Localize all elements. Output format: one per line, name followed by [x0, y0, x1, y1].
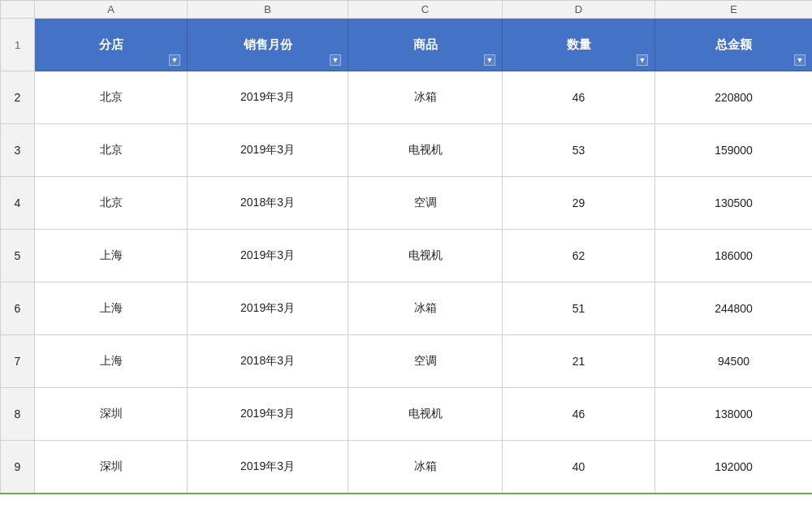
row-num-1: 1: [1, 19, 35, 71]
dropdown-icon-month[interactable]: ▼: [330, 54, 341, 66]
header-cell-branch[interactable]: 分店 ▼: [35, 19, 188, 71]
cell-r2-c3[interactable]: 46: [503, 71, 655, 124]
header-label-quantity: 数量: [567, 37, 591, 51]
row-num-2: 2: [1, 71, 35, 124]
table-row: 2北京2019年3月冰箱46220800: [1, 71, 813, 124]
cell-r7-c1[interactable]: 2018年3月: [188, 335, 348, 388]
corner-cell: [1, 1, 35, 19]
cell-r5-c3[interactable]: 62: [503, 230, 655, 282]
col-header-d[interactable]: D: [503, 1, 655, 19]
dropdown-icon-branch[interactable]: ▼: [169, 54, 180, 66]
cell-r4-c2[interactable]: 空调: [348, 177, 503, 230]
cell-r4-c3[interactable]: 29: [503, 177, 655, 230]
cell-r3-c3[interactable]: 53: [503, 124, 655, 177]
col-header-b[interactable]: B: [188, 1, 348, 19]
table-row: 5上海2019年3月电视机62186000: [1, 230, 813, 282]
header-label-total: 总金额: [715, 37, 752, 51]
dropdown-icon-quantity[interactable]: ▼: [637, 54, 648, 66]
cell-r8-c1[interactable]: 2019年3月: [188, 388, 348, 441]
dropdown-icon-total[interactable]: ▼: [794, 54, 806, 66]
row-num-8: 8: [1, 388, 35, 441]
row-num-3: 3: [1, 124, 35, 177]
cell-r9-c2[interactable]: 冰箱: [348, 441, 503, 494]
cell-r6-c3[interactable]: 51: [503, 282, 655, 335]
cell-r2-c4[interactable]: 220800: [655, 71, 813, 124]
column-letter-row: A B C D E: [1, 1, 813, 19]
cell-r6-c0[interactable]: 上海: [35, 282, 188, 335]
cell-r3-c4[interactable]: 159000: [655, 124, 813, 177]
row-num-4: 4: [1, 177, 35, 230]
table-body: 2北京2019年3月冰箱462208003北京2019年3月电视机5315900…: [1, 71, 813, 494]
cell-r7-c2[interactable]: 空调: [348, 335, 503, 388]
cell-r9-c1[interactable]: 2019年3月: [188, 441, 348, 494]
cell-r6-c1[interactable]: 2019年3月: [188, 282, 348, 335]
cell-r7-c0[interactable]: 上海: [35, 335, 188, 388]
cell-r5-c0[interactable]: 上海: [35, 230, 188, 282]
spreadsheet: A B C D E 1 分店 ▼ 销售月份 ▼: [0, 0, 812, 526]
table-row: 7上海2018年3月空调2194500: [1, 335, 813, 388]
dropdown-icon-product[interactable]: ▼: [484, 54, 495, 66]
cell-r9-c4[interactable]: 192000: [655, 441, 813, 494]
cell-r3-c1[interactable]: 2019年3月: [188, 124, 348, 177]
cell-r5-c1[interactable]: 2019年3月: [188, 230, 348, 282]
row-num-7: 7: [1, 335, 35, 388]
cell-r7-c4[interactable]: 94500: [655, 335, 813, 388]
cell-r9-c0[interactable]: 深圳: [35, 441, 188, 494]
cell-r2-c0[interactable]: 北京: [35, 71, 188, 124]
cell-r8-c0[interactable]: 深圳: [35, 388, 188, 441]
cell-r4-c0[interactable]: 北京: [35, 177, 188, 230]
header-label-month: 销售月份: [244, 37, 292, 51]
cell-r3-c2[interactable]: 电视机: [348, 124, 503, 177]
header-cell-month[interactable]: 销售月份 ▼: [188, 19, 348, 71]
row-num-5: 5: [1, 230, 35, 282]
cell-r5-c4[interactable]: 186000: [655, 230, 813, 282]
table-row: 9深圳2019年3月冰箱40192000: [1, 441, 813, 494]
data-table: A B C D E 1 分店 ▼ 销售月份 ▼: [0, 0, 812, 494]
cell-r6-c2[interactable]: 冰箱: [348, 282, 503, 335]
cell-r4-c1[interactable]: 2018年3月: [188, 177, 348, 230]
header-label-product: 商品: [413, 37, 438, 51]
cell-r8-c4[interactable]: 138000: [655, 388, 813, 441]
cell-r6-c4[interactable]: 244800: [655, 282, 813, 335]
cell-r3-c0[interactable]: 北京: [35, 124, 188, 177]
cell-r2-c1[interactable]: 2019年3月: [188, 71, 348, 124]
cell-r2-c2[interactable]: 冰箱: [348, 71, 503, 124]
header-label-branch: 分店: [99, 37, 123, 51]
col-header-c[interactable]: C: [348, 1, 503, 19]
row-num-6: 6: [1, 282, 35, 335]
table-row: 4北京2018年3月空调29130500: [1, 177, 813, 230]
cell-r8-c3[interactable]: 46: [503, 388, 655, 441]
table-row: 3北京2019年3月电视机53159000: [1, 124, 813, 177]
cell-r5-c2[interactable]: 电视机: [348, 230, 503, 282]
header-cell-total[interactable]: 总金额 ▼: [655, 19, 813, 71]
cell-r9-c3[interactable]: 40: [503, 441, 655, 494]
cell-r8-c2[interactable]: 电视机: [348, 388, 503, 441]
table-row: 6上海2019年3月冰箱51244800: [1, 282, 813, 335]
cell-r7-c3[interactable]: 21: [503, 335, 655, 388]
header-cell-quantity[interactable]: 数量 ▼: [503, 19, 655, 71]
col-header-e[interactable]: E: [655, 1, 813, 19]
data-header-row: 1 分店 ▼ 销售月份 ▼ 商品 ▼: [1, 19, 813, 71]
col-header-a[interactable]: A: [35, 1, 188, 19]
header-cell-product[interactable]: 商品 ▼: [348, 19, 503, 71]
cell-r4-c4[interactable]: 130500: [655, 177, 813, 230]
row-num-9: 9: [1, 441, 35, 494]
table-row: 8深圳2019年3月电视机46138000: [1, 388, 813, 441]
